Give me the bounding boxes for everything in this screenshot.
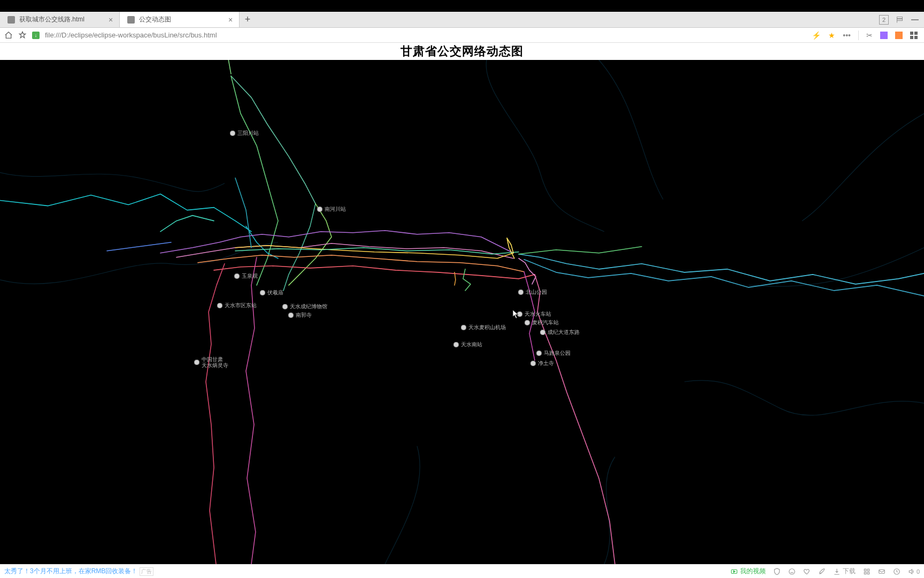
tab-count-badge[interactable]: 2 bbox=[879, 15, 889, 25]
url-security-badge[interactable]: ↓ bbox=[32, 32, 40, 39]
svg-rect-4 bbox=[864, 572, 866, 574]
status-video-button[interactable]: 我的视频 bbox=[730, 567, 766, 576]
shield-icon[interactable] bbox=[773, 568, 781, 575]
minimize-icon[interactable] bbox=[911, 19, 919, 20]
rocket-icon[interactable] bbox=[818, 568, 826, 575]
url-text[interactable]: file:///D:/eclipse/eclipse-workspace/bus… bbox=[45, 31, 806, 39]
browser-statusbar: 太秀了！3个月不用上班，在家RMB回收装备！ 广告 我的视频 下载 0 bbox=[0, 564, 924, 578]
star-icon[interactable]: ★ bbox=[828, 31, 835, 40]
home-icon[interactable] bbox=[4, 31, 13, 40]
page-header: 甘肃省公交网络动态图 bbox=[0, 43, 924, 60]
scissors-icon[interactable]: ✂ bbox=[866, 31, 873, 40]
tab-favicon bbox=[7, 16, 15, 24]
tab-label: 公交动态图 bbox=[139, 15, 222, 24]
mail-icon[interactable] bbox=[878, 568, 886, 575]
close-icon[interactable]: × bbox=[106, 16, 115, 24]
map-svg bbox=[0, 60, 924, 564]
heart-icon[interactable] bbox=[803, 568, 811, 575]
tab-2[interactable]: 公交动态图 × bbox=[120, 12, 240, 27]
history-icon[interactable] bbox=[893, 568, 900, 575]
bus-network-map[interactable]: 三阳川站南河川站玉泉观伏羲庙天水市区东站天水成纪博物馆南郭寺中国甘肃天水炳灵寺天… bbox=[0, 60, 924, 564]
gift-icon[interactable]: ⛿ bbox=[896, 16, 904, 24]
status-ad-tag: 广告 bbox=[140, 567, 153, 576]
tab-1[interactable]: 获取城市公交线路.html × bbox=[0, 12, 120, 27]
os-titlebar bbox=[0, 0, 924, 12]
tab-favicon bbox=[127, 16, 135, 24]
smiley-icon[interactable] bbox=[788, 568, 796, 575]
divider bbox=[858, 31, 859, 40]
browser-tabbar: 获取城市公交线路.html × 公交动态图 × + 2 ⛿ bbox=[0, 12, 924, 28]
extension-icon-2[interactable] bbox=[895, 32, 903, 39]
address-bar: ↓ file:///D:/eclipse/eclipse-workspace/b… bbox=[0, 28, 924, 43]
apps-grid-icon[interactable] bbox=[910, 32, 918, 39]
svg-point-1 bbox=[789, 568, 795, 574]
svg-rect-2 bbox=[864, 569, 866, 571]
svg-rect-6 bbox=[879, 569, 885, 573]
download-button[interactable]: 下载 bbox=[833, 567, 856, 576]
svg-rect-3 bbox=[867, 569, 869, 571]
collection-icon[interactable] bbox=[863, 568, 871, 575]
new-tab-button[interactable]: + bbox=[240, 12, 256, 27]
page-title: 甘肃省公交网络动态图 bbox=[401, 43, 523, 59]
bookmarks-icon[interactable] bbox=[18, 31, 27, 40]
svg-rect-5 bbox=[867, 572, 869, 574]
tab-label: 获取城市公交线路.html bbox=[19, 15, 102, 24]
volume-control[interactable]: 0 bbox=[908, 568, 920, 575]
extension-icon-1[interactable] bbox=[880, 32, 888, 39]
flash-icon[interactable]: ⚡ bbox=[812, 31, 821, 40]
close-icon[interactable]: × bbox=[226, 16, 235, 24]
mouse-cursor bbox=[512, 309, 520, 319]
more-icon[interactable]: ••• bbox=[843, 31, 851, 40]
status-ad-link[interactable]: 太秀了！3个月不用上班，在家RMB回收装备！ bbox=[4, 567, 137, 576]
